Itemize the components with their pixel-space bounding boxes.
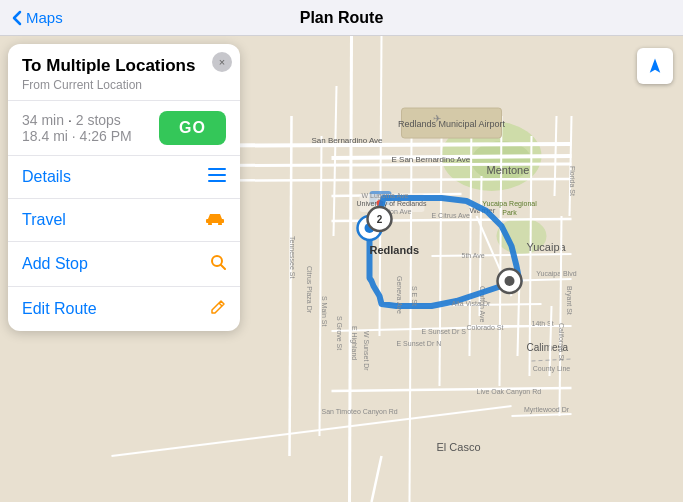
svg-text:Citrus Plaza Dr: Citrus Plaza Dr (306, 266, 313, 314)
trip-stats: 34 min · 2 stops 18.4 mi · 4:26 PM (22, 112, 132, 144)
svg-text:University of Redlands: University of Redlands (356, 200, 427, 208)
svg-line-94 (221, 265, 225, 269)
panel-title: To Multiple Locations (22, 56, 210, 76)
svg-text:W Sunset Dr: W Sunset Dr (363, 331, 370, 371)
search-icon (210, 254, 226, 274)
panel-subtitle: From Current Location (22, 78, 210, 92)
svg-rect-88 (208, 174, 226, 176)
distance-time: 18.4 mi · 4:26 PM (22, 128, 132, 144)
svg-text:California St: California St (558, 323, 565, 361)
svg-rect-87 (208, 168, 226, 170)
svg-text:S E St: S E St (411, 286, 418, 306)
pencil-icon (210, 299, 226, 319)
svg-text:E Citrus Ave: E Citrus Ave (432, 212, 470, 219)
svg-point-66 (505, 276, 515, 286)
svg-text:Tennessee St: Tennessee St (289, 236, 296, 278)
svg-text:✈: ✈ (433, 113, 441, 124)
svg-text:Myrtlewood Dr: Myrtlewood Dr (524, 406, 570, 414)
svg-text:Colorado St: Colorado St (467, 324, 504, 331)
svg-text:Florida St: Florida St (569, 166, 576, 196)
svg-text:E Highland: E Highland (350, 326, 358, 360)
svg-text:Redlands: Redlands (370, 244, 420, 256)
svg-text:Live Oak Canyon Rd: Live Oak Canyon Rd (477, 388, 542, 396)
location-button[interactable] (637, 48, 673, 84)
svg-text:E Sunset Dr S: E Sunset Dr S (422, 328, 467, 335)
back-button[interactable]: Maps (12, 9, 63, 26)
close-button[interactable]: × (212, 52, 232, 72)
travel-menu-item[interactable]: Travel (8, 199, 240, 242)
svg-text:Yucaipa Blvd: Yucaipa Blvd (536, 270, 577, 278)
svg-text:Mentone: Mentone (487, 164, 530, 176)
travel-label: Travel (22, 211, 66, 229)
svg-text:E San Bernardino Ave: E San Bernardino Ave (392, 155, 471, 164)
svg-text:W Lugonia Ave: W Lugonia Ave (362, 192, 409, 200)
svg-text:Park: Park (502, 209, 517, 216)
svg-text:E Sunset Dr N: E Sunset Dr N (397, 340, 442, 347)
duration-stops: 34 min · 2 stops (22, 112, 132, 128)
panel-info: 34 min · 2 stops 18.4 mi · 4:26 PM GO (8, 101, 240, 156)
svg-text:Geneva Ave: Geneva Ave (396, 276, 403, 314)
svg-text:San Timoteo Canyon Rd: San Timoteo Canyon Rd (322, 408, 398, 416)
svg-rect-89 (208, 180, 226, 182)
details-menu-item[interactable]: Details (8, 156, 240, 199)
svg-text:El Casco: El Casco (437, 441, 481, 453)
list-icon (208, 168, 226, 186)
menu-items: Details Travel Add Stop (8, 156, 240, 331)
svg-text:San Bernardino Ave: San Bernardino Ave (312, 136, 384, 145)
svg-rect-90 (206, 219, 224, 223)
side-panel: × To Multiple Locations From Current Loc… (8, 44, 240, 331)
svg-text:Alta Vista Dr: Alta Vista Dr (452, 300, 491, 307)
add-stop-label: Add Stop (22, 255, 88, 273)
svg-text:2: 2 (377, 214, 383, 225)
edit-route-menu-item[interactable]: Edit Route (8, 287, 240, 331)
svg-line-16 (350, 36, 352, 502)
svg-line-95 (219, 303, 222, 306)
title-bar: Maps Plan Route (0, 0, 683, 36)
go-button[interactable]: GO (159, 111, 226, 145)
page-title: Plan Route (300, 9, 384, 27)
car-icon (204, 211, 226, 229)
edit-route-label: Edit Route (22, 300, 97, 318)
svg-text:S Grove St: S Grove St (336, 316, 343, 350)
svg-text:5th Ave: 5th Ave (462, 252, 485, 259)
back-label: Maps (26, 9, 63, 26)
details-label: Details (22, 168, 71, 186)
close-icon: × (219, 56, 225, 68)
svg-text:County Line: County Line (533, 365, 570, 373)
svg-text:Redlands Municipal Airport: Redlands Municipal Airport (398, 119, 506, 129)
add-stop-menu-item[interactable]: Add Stop (8, 242, 240, 287)
panel-header: To Multiple Locations From Current Locat… (8, 44, 240, 101)
svg-text:S Main St: S Main St (321, 296, 328, 326)
svg-text:Bryant St: Bryant St (565, 286, 573, 315)
